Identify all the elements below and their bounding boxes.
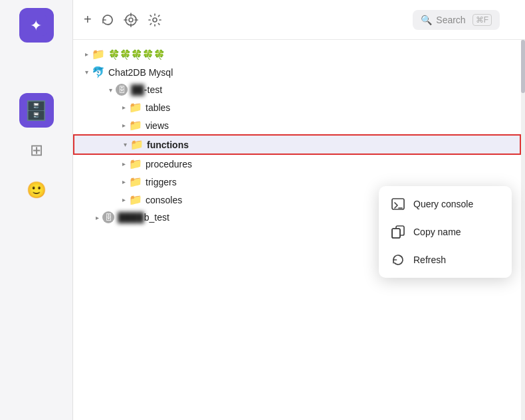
terminal-icon [391, 197, 405, 211]
chevron-db-test2 [92, 212, 102, 223]
chevron-functions [120, 140, 130, 150]
chevron-triggers [118, 177, 129, 187]
chevron-chat2db [81, 67, 92, 78]
sidebar-chat-button[interactable]: 🙂 [19, 173, 54, 207]
refresh-button[interactable] [101, 13, 114, 27]
main-panel: + [73, 0, 525, 420]
svg-point-8 [153, 18, 157, 22]
db-test2-label: b_test [144, 212, 169, 223]
tree-item-functions[interactable]: 📁 functions [73, 134, 521, 155]
procedures-label: procedures [146, 159, 192, 169]
folder-icon-functions: 📁 [130, 138, 144, 151]
svg-rect-12 [392, 229, 400, 238]
chevron-consoles [118, 195, 129, 205]
folder-icon-triggers: 📁 [129, 175, 142, 188]
tree-item-clovers[interactable]: 📁 🍀🍀🍀🍀🍀 [73, 45, 525, 63]
tree-item-chat2db-mysql[interactable]: 🐬 Chat2DB Mysql [73, 63, 525, 81]
folder-icon-views: 📁 [129, 119, 142, 132]
query-console-label: Query console [413, 199, 473, 209]
folder-icon-consoles: 📁 [129, 193, 142, 206]
sidebar-chart-button[interactable]: ⊞ [19, 133, 54, 167]
copy-icon [391, 225, 405, 239]
svg-text:✦: ✦ [30, 17, 42, 34]
tree-item-tables[interactable]: 📁 tables [73, 98, 525, 116]
sidebar-logo-button[interactable]: ✦ [19, 8, 54, 43]
add-button[interactable]: + [84, 12, 92, 27]
tree-item-views[interactable]: 📁 views [73, 116, 525, 134]
clovers-label: 🍀🍀🍀🍀🍀 [108, 49, 165, 60]
tables-label: tables [146, 102, 170, 113]
refresh-label: Refresh [413, 255, 446, 265]
db-test-label: -test [144, 84, 162, 95]
db-test2-blurred: ████ [118, 212, 144, 223]
copy-name-label: Copy name [413, 227, 461, 237]
sidebar: ✦ 🗄️ ⊞ 🙂 [0, 0, 73, 420]
db-test-blurred: ██ [131, 84, 144, 95]
folder-icon-tables: 📁 [129, 101, 142, 114]
search-label: Search [436, 15, 465, 25]
sidebar-database-button[interactable]: 🗄️ [19, 93, 54, 128]
chat2db-label: Chat2DB Mysql [108, 67, 173, 78]
folder-icon-clovers: 📁 [92, 48, 105, 60]
scrollbar-track[interactable] [521, 40, 525, 420]
chevron-db-test [105, 84, 116, 95]
mysql-icon: 🐬 [92, 66, 105, 78]
tree-item-db-test[interactable]: 🗄 ██ -test [73, 81, 525, 98]
folder-icon-procedures: 📁 [129, 158, 142, 170]
triggers-label: triggers [146, 177, 177, 187]
chevron-procedures [118, 159, 129, 169]
search-shortcut: ⌘F [472, 14, 492, 26]
toolbar: + [73, 0, 525, 40]
scrollbar-thumb[interactable] [521, 40, 525, 93]
chevron-clovers [81, 49, 92, 60]
context-menu: Query console Copy name Refresh [379, 186, 512, 278]
target-button[interactable] [124, 13, 138, 27]
views-label: views [146, 120, 169, 131]
consoles-label: consoles [146, 195, 182, 205]
chevron-views [118, 120, 129, 131]
refresh-icon [391, 253, 405, 267]
context-menu-copy-name[interactable]: Copy name [379, 218, 512, 246]
toolbar-actions: + [84, 12, 162, 27]
functions-label: functions [147, 140, 189, 150]
db-test2-icon: 🗄 [102, 211, 114, 223]
context-menu-refresh[interactable]: Refresh [379, 246, 512, 274]
context-menu-query-console[interactable]: Query console [379, 190, 512, 218]
chevron-tables [118, 102, 129, 113]
svg-point-3 [129, 18, 133, 22]
search-icon: 🔍 [421, 15, 432, 25]
db-test-icon: 🗄 [116, 84, 128, 96]
search-box[interactable]: 🔍 Search ⌘F [413, 10, 500, 30]
tree-item-procedures[interactable]: 📁 procedures [73, 155, 525, 173]
settings-button[interactable] [148, 13, 162, 27]
